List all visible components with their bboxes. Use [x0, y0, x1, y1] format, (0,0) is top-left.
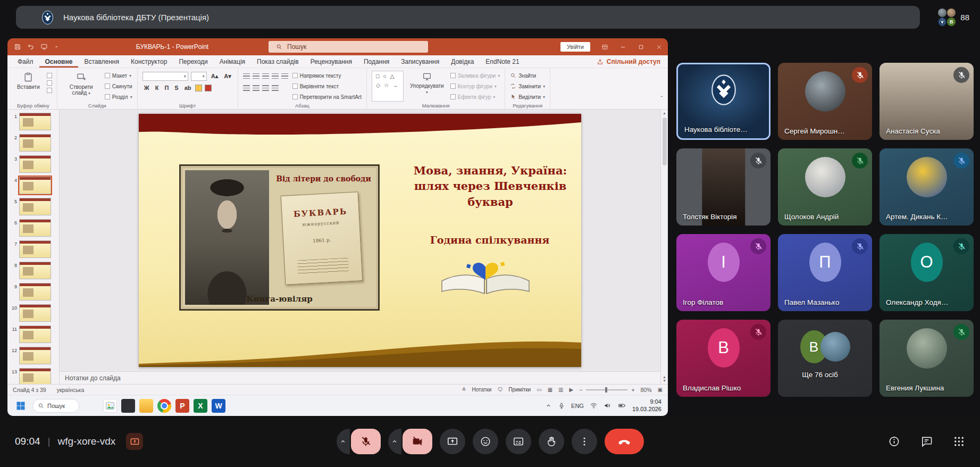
slide-thumbnail-10[interactable] — [19, 304, 51, 322]
slide-thumbnail-12[interactable] — [19, 347, 51, 364]
speaker-icon[interactable] — [604, 402, 612, 410]
font-style-ab[interactable]: ab — [183, 84, 193, 91]
tab-Рецензування[interactable]: Рецензування — [305, 56, 358, 68]
taskbar-app-explorer[interactable] — [139, 399, 153, 413]
mic-options-chevron[interactable] — [337, 429, 350, 454]
language-indicator[interactable]: українська — [57, 387, 85, 393]
tab-Вставлення[interactable]: Вставлення — [78, 56, 125, 68]
participant-tile-2[interactable]: Сергей Мирошн… — [778, 63, 872, 140]
slide-sorter-icon[interactable]: ▦ — [548, 387, 552, 393]
participant-tile-8[interactable]: ППавел Мазанько — [778, 234, 872, 311]
zoom-slider[interactable]: −+ — [579, 387, 634, 393]
scroll-up-icon[interactable]: ▲ — [663, 111, 666, 115]
tab-Конструктор[interactable]: Конструктор — [125, 56, 173, 68]
slide-thumbnail-13[interactable] — [19, 368, 51, 384]
ribbon-btn-Вирівняти текст[interactable]: Вирівняти текст — [292, 81, 362, 91]
tab-Анімація[interactable]: Анімація — [214, 56, 251, 68]
close-icon[interactable] — [656, 44, 663, 51]
taskbar-app-powerpoint[interactable]: P — [175, 399, 189, 413]
battery-icon[interactable] — [617, 402, 626, 410]
taskbar-app-chrome[interactable] — [157, 399, 171, 413]
ribbon-btn-Заливка фігури[interactable]: Заливка фігури ▾ — [450, 71, 500, 80]
slide-thumbnail-11[interactable] — [19, 326, 51, 343]
prev-slide-icon[interactable]: ▲ — [663, 375, 666, 379]
chat-button[interactable] — [920, 436, 933, 448]
ribbon-btn-Напрямок тексту[interactable]: Напрямок тексту — [292, 71, 362, 80]
tab-Файл[interactable]: Файл — [12, 56, 39, 68]
next-slide-icon[interactable]: ▼ — [663, 379, 666, 382]
tab-Переходи[interactable]: Переходи — [173, 56, 213, 68]
ribbon-btn-Контур фігури[interactable]: Контур фігури ▾ — [450, 81, 500, 91]
notes-toggle[interactable]: ≜ Нотатки — [462, 385, 491, 395]
slide-thumbnail-3[interactable] — [19, 155, 51, 173]
participant-video-3[interactable]: Анастасія Суска — [880, 63, 974, 140]
search-input[interactable]: Пошук — [269, 41, 428, 53]
apps-button[interactable] — [953, 436, 965, 448]
taskbar-clock[interactable]: 9:04 19.03.2026 — [632, 398, 661, 413]
vertical-scrollbar[interactable]: ▲ ▲ ▼ — [660, 110, 668, 384]
wifi-icon[interactable] — [590, 402, 598, 410]
shrink-font-button[interactable]: А▾ — [222, 72, 232, 80]
participant-tile-11[interactable]: BЩе 76 осіб — [778, 320, 872, 397]
fit-to-window-icon[interactable]: ▣ — [658, 387, 663, 393]
participant-tile-7[interactable]: ІІгор Філатов — [676, 234, 770, 311]
ribbon-btn-Знайти[interactable]: Знайти — [510, 71, 545, 80]
participant-tile-6[interactable]: Артем. Дикань К… — [880, 148, 974, 226]
slide-thumbnail-8[interactable] — [19, 262, 51, 279]
slideshow-view-icon[interactable]: ▶ — [569, 387, 574, 393]
presenting-indicator[interactable] — [126, 433, 143, 450]
undo-icon[interactable] — [27, 43, 35, 51]
slide-thumbnail-2[interactable] — [19, 134, 51, 152]
scrollbar-thumb[interactable] — [663, 118, 667, 165]
font-style-П[interactable]: П — [163, 84, 170, 91]
maximize-icon[interactable] — [638, 44, 644, 51]
keyboard-language[interactable]: ENG — [571, 403, 584, 409]
ribbon-options-icon[interactable] — [601, 44, 608, 51]
tab-Основне[interactable]: Основне — [39, 56, 79, 68]
ribbon-btn-Ефекти фігур[interactable]: Ефекти фігур ▾ — [450, 92, 500, 102]
slideshow-icon[interactable] — [40, 43, 48, 51]
slide-thumbnail-6[interactable] — [19, 219, 51, 237]
ribbon-btn-Скинути[interactable]: Скинути — [105, 81, 132, 91]
captions-button[interactable] — [506, 429, 531, 454]
ribbon-btn-Макет[interactable]: Макет ▾ — [105, 71, 132, 80]
slide-thumbnail-9[interactable] — [19, 283, 51, 301]
info-button[interactable] — [888, 436, 900, 448]
participant-tile-9[interactable]: ООлександр Ходя… — [880, 234, 974, 311]
slide-thumbnail-1[interactable] — [19, 113, 51, 130]
slide-number-indicator[interactable]: Слайд 4 з 39 — [13, 387, 46, 393]
end-call-button[interactable] — [605, 429, 644, 454]
participant-tile-4[interactable]: Толстяк Вікторія — [676, 148, 770, 226]
tab-Показ слайдів[interactable]: Показ слайдів — [251, 56, 305, 68]
camera-options-chevron[interactable] — [388, 429, 401, 454]
tab-Подання[interactable]: Подання — [358, 56, 395, 68]
camera-button[interactable] — [403, 429, 432, 454]
ribbon-btn-Замінити[interactable]: Замінити ▾ — [510, 81, 545, 91]
tray-mic-icon[interactable] — [558, 402, 565, 410]
cut-icon[interactable] — [47, 73, 52, 78]
copy-icon[interactable] — [47, 80, 52, 86]
share-button[interactable]: Спільний доступ — [597, 58, 660, 65]
slide-thumbnail-5[interactable] — [19, 198, 51, 215]
customize-toolbar-icon[interactable] — [54, 44, 59, 49]
taskbar-app-app-dark[interactable] — [121, 399, 135, 413]
comments-toggle[interactable]: 🗨 Примітки — [497, 385, 531, 395]
ribbon-btn-Виділити[interactable]: Виділити ▾ — [510, 92, 545, 102]
save-icon[interactable] — [14, 43, 21, 51]
notes-area[interactable]: Нотатки до слайда — [60, 371, 660, 384]
mic-button[interactable] — [351, 429, 381, 454]
participants-count[interactable]: B 88 — [938, 6, 969, 29]
more-button[interactable] — [572, 429, 597, 454]
taskbar-search[interactable]: Пошук — [32, 399, 79, 413]
participant-tile-12[interactable]: Евгения Лукшина — [880, 320, 974, 397]
slide-thumbnail-7[interactable] — [19, 240, 51, 258]
minimize-icon[interactable] — [619, 44, 626, 51]
new-slide-button[interactable]: Створити слайд ▾ — [62, 71, 100, 102]
start-button[interactable] — [14, 399, 28, 413]
ribbon-btn-Розділ[interactable]: Розділ ▾ — [105, 92, 132, 102]
shapes-gallery[interactable]: □ ○ △◇ ☆ → — [372, 71, 404, 102]
font-style-S[interactable]: S — [173, 84, 180, 91]
participant-tile-1[interactable]: Наукова бібліоте… — [676, 63, 770, 140]
present-button[interactable] — [440, 429, 465, 454]
tab-Довідка[interactable]: Довідка — [445, 56, 480, 68]
